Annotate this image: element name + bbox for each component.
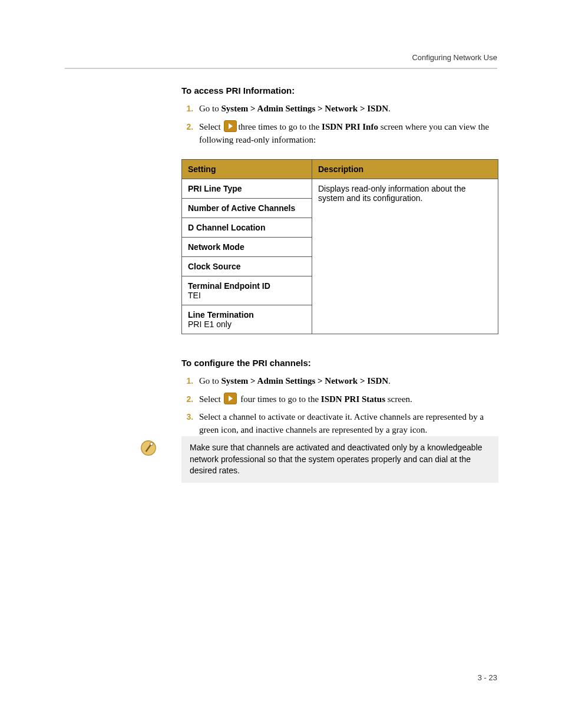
step-text: Select a channel to activate or deactiva… bbox=[199, 412, 484, 434]
svg-point-1 bbox=[150, 442, 153, 445]
setting-description: Displays read-only information about the… bbox=[312, 179, 498, 334]
screen-name: ISDN PRI Status bbox=[321, 394, 385, 404]
step-suffix: . bbox=[388, 104, 391, 113]
step-item: Select four times to go to the ISDN PRI … bbox=[196, 393, 498, 406]
steps-configure-pri: Go to System > Admin Settings > Network … bbox=[181, 375, 498, 436]
step-mid: four times to go to the bbox=[238, 394, 320, 404]
table-row: PRI Line Type Displays read-only informa… bbox=[182, 179, 498, 199]
section-heading-access-pri: To access PRI Information: bbox=[181, 85, 498, 95]
table-header-setting: Setting bbox=[182, 160, 312, 179]
setting-label-text: PRI Line Type bbox=[188, 184, 242, 193]
pri-info-table: Setting Description PRI Line Type Displa… bbox=[181, 159, 498, 334]
setting-label-sub: PRI E1 only bbox=[188, 319, 306, 329]
step-prefix: Select bbox=[199, 122, 223, 131]
setting-label: Line TerminationPRI E1 only bbox=[182, 305, 312, 334]
note-block: Make sure that channels are activated an… bbox=[140, 436, 498, 483]
arrow-right-icon bbox=[224, 120, 237, 132]
page-number: 3 - 23 bbox=[478, 673, 497, 682]
setting-label: Number of Active Channels bbox=[182, 199, 312, 218]
screen-name: ISDN PRI Info bbox=[322, 122, 378, 131]
note-text: Make sure that channels are activated an… bbox=[181, 436, 498, 483]
step-text: Go to System > Admin Settings > Network … bbox=[199, 376, 391, 386]
setting-label: Terminal Endpoint IDTEI bbox=[182, 276, 312, 305]
step-item: Go to System > Admin Settings > Network … bbox=[196, 375, 498, 388]
header-section-title: Configuring Network Use bbox=[65, 53, 497, 62]
step-text: Select four times to go to the ISDN PRI … bbox=[199, 394, 412, 404]
main-content: To access PRI Information: Go to System … bbox=[181, 85, 498, 449]
page-header: Configuring Network Use bbox=[65, 53, 497, 74]
header-rule bbox=[65, 68, 497, 69]
section-heading-configure-pri: To configure the PRI channels: bbox=[181, 358, 498, 368]
setting-label-sub: TEI bbox=[188, 291, 306, 300]
step-prefix: Go to bbox=[199, 104, 222, 113]
step-item: Select three times to go to the ISDN PRI… bbox=[196, 120, 498, 147]
step-prefix: Select bbox=[199, 394, 223, 404]
note-icon bbox=[140, 440, 157, 456]
setting-label-text: Network Mode bbox=[188, 242, 244, 252]
nav-path: System > Admin Settings > Network > ISDN bbox=[222, 376, 389, 386]
setting-label: Clock Source bbox=[182, 257, 312, 276]
setting-label-text: Terminal Endpoint ID bbox=[188, 281, 270, 291]
step-suffix: . bbox=[388, 376, 391, 386]
nav-path: System > Admin Settings > Network > ISDN bbox=[222, 104, 389, 113]
setting-label: D Channel Location bbox=[182, 218, 312, 238]
setting-label-text: Line Termination bbox=[188, 310, 254, 319]
setting-label-text: Clock Source bbox=[188, 262, 240, 271]
setting-label: Network Mode bbox=[182, 238, 312, 257]
setting-label-text: D Channel Location bbox=[188, 223, 265, 232]
step-mid: three times to go to the bbox=[238, 122, 322, 131]
step-text: Go to System > Admin Settings > Network … bbox=[199, 104, 391, 113]
step-suffix: screen. bbox=[385, 394, 412, 404]
arrow-right-icon bbox=[224, 393, 237, 404]
table-header-row: Setting Description bbox=[182, 160, 498, 179]
table-header-description: Description bbox=[312, 160, 498, 179]
setting-label: PRI Line Type bbox=[182, 179, 312, 199]
setting-label-text: Number of Active Channels bbox=[188, 203, 295, 213]
step-prefix: Go to bbox=[199, 376, 222, 386]
step-text: Select three times to go to the ISDN PRI… bbox=[199, 122, 489, 144]
step-item: Go to System > Admin Settings > Network … bbox=[196, 103, 498, 116]
steps-access-pri: Go to System > Admin Settings > Network … bbox=[181, 103, 498, 146]
step-item: Select a channel to activate or deactiva… bbox=[196, 411, 498, 437]
